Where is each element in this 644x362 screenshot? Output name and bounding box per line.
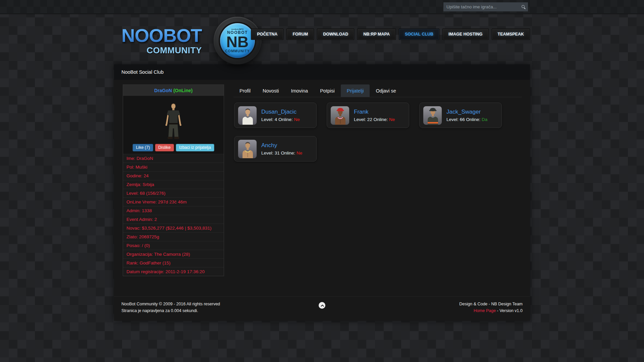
friend-card-dusan-djacic[interactable]: Dusan_DjacicLevel: 4 Online: Ne — [234, 103, 317, 128]
nav-item-po-etna[interactable]: POČETNA — [251, 28, 283, 40]
friend-avatar-image — [423, 106, 442, 125]
profile-stat-row: Datum registracije: 2011-2-19 17:36:20 — [123, 267, 224, 276]
friend-online-value: Ne — [294, 117, 300, 122]
site-logo[interactable]: NOOBOT COMMUNITY — [121, 26, 202, 56]
footer-design-line: Design & Code - NB Design Team — [459, 301, 523, 307]
friend-level-online: Level: 4 Online: Ne — [261, 117, 300, 122]
profile-avatar-image — [157, 103, 190, 142]
profile-stat-row: Zemlja: Srbija — [123, 180, 224, 189]
friend-online-value: Da — [482, 117, 487, 122]
tab-profil[interactable]: Profil — [233, 84, 257, 97]
site-header: NOOBOT COMMUNITY noobot.iNFO NOOBOT NB C… — [114, 14, 530, 64]
dislike-button[interactable]: Dislike — [155, 144, 174, 152]
tab-novosti[interactable]: Novosti — [257, 84, 285, 97]
friend-info: FrankLevel: 22 Online: Ne — [354, 109, 395, 122]
search-input[interactable] — [443, 4, 528, 9]
profile-stat-row: OnLine Vreme: 297d 23č 46m — [123, 197, 224, 206]
nav-item-forum[interactable]: FORUM — [286, 28, 314, 40]
friend-info: Jack_SwagerLevel: 66 Online: Da — [446, 109, 487, 122]
tab-odjavi-se[interactable]: Odjavi se — [370, 84, 402, 97]
home-page-link[interactable]: Home Page — [474, 308, 496, 313]
profile-stat-row: Level: 68 (156/276) — [123, 189, 224, 197]
profile-online-status-text: (OnLine) — [173, 88, 193, 93]
profile-panel: DraGoN (OnLine) — [123, 84, 224, 276]
logo-subtitle: COMMUNITY — [121, 45, 202, 56]
profile-stat-row: Admin: 1338 — [123, 206, 224, 215]
nb-badge-inner: noobot.iNFO NOOBOT NB COMMUNITY — [220, 23, 255, 58]
friend-level-online: Level: 22 Online: Ne — [354, 117, 395, 122]
friend-online-value: Ne — [389, 117, 395, 122]
nav-item-nb-rp-mapa[interactable]: NB:RP MAPA — [357, 28, 396, 40]
friend-name[interactable]: Anchy — [261, 142, 302, 149]
friend-name[interactable]: Dusan_Djacic — [261, 109, 300, 115]
friend-avatar-image — [238, 106, 257, 125]
profile-actions: Like (7) Dislike Izbaci iz prijatelja — [132, 144, 214, 152]
tab-prijatelji[interactable]: Prijatelji — [341, 84, 370, 97]
chevron-up-icon — [321, 304, 324, 308]
main-wrapper: NooBot Social Club DraGoN (OnLine) — [114, 64, 530, 321]
friend-name[interactable]: Jack_Swager — [446, 109, 487, 115]
scroll-to-top-button[interactable] — [319, 302, 325, 309]
friend-avatar-image — [330, 106, 350, 125]
profile-stat-row: Godine: 24 — [123, 171, 224, 180]
social-club-panel: ProfilNovostiImovinaPotpisiPrijateljiOdj… — [233, 84, 522, 162]
footer: NooBot Community © 2009 - 2016 All right… — [114, 296, 530, 315]
friend-info: AnchyLevel: 31 Online: Ne — [261, 142, 302, 156]
friend-online-value: Ne — [297, 150, 302, 156]
friend-card-frank[interactable]: FrankLevel: 22 Online: Ne — [327, 103, 409, 128]
friend-card-jack-swager[interactable]: Jack_SwagerLevel: 66 Online: Da — [419, 103, 502, 128]
footer-version-text: - Version v1.0 — [496, 308, 523, 313]
nav-item-download[interactable]: DOWNLOAD — [317, 28, 354, 40]
nav-item-social-club[interactable]: SOCIAL CLUB — [399, 28, 439, 40]
tab-potpisi[interactable]: Potpisi — [314, 84, 341, 97]
friend-name[interactable]: Frank — [354, 109, 395, 115]
profile-stat-row: Pol: Muški — [123, 163, 224, 171]
main-nav: POČETNAFORUMDOWNLOADNB:RP MAPASOCIAL CLU… — [251, 28, 530, 40]
profile-name: DraGoN — [154, 88, 172, 93]
profile-stat-row: Zlato: 2069725g — [123, 232, 224, 241]
logo-title: NOOBOT — [121, 26, 202, 45]
nav-item-image-hosting[interactable]: IMAGE HOSTING — [442, 28, 488, 40]
badge-center-text: NB — [226, 35, 249, 49]
friend-level-online: Level: 66 Online: Da — [446, 117, 487, 122]
profile-avatar-section: Like (7) Dislike Izbaci iz prijatelja — [123, 96, 224, 154]
friend-info: Dusan_DjacicLevel: 4 Online: Ne — [261, 109, 300, 122]
footer-credits: Design & Code - NB Design Team Home Page… — [459, 301, 523, 314]
player-search-box[interactable] — [443, 2, 528, 11]
profile-tabs: ProfilNovostiImovinaPotpisiPrijateljiOdj… — [233, 84, 522, 97]
profile-stat-row: Novac: $3,526,277 ($22,446 | $3,503,831) — [123, 224, 224, 232]
profile-stat-row: Posao: / (0) — [123, 241, 224, 250]
footer-version-line: Home Page - Version v1.0 — [459, 307, 523, 314]
profile-stat-row: Ime: DraGoN — [123, 154, 224, 163]
friends-list: Dusan_DjacicLevel: 4 Online: Ne FrankLev… — [233, 97, 522, 162]
footer-copyright-line: NooBot Community © 2009 - 2016 All right… — [121, 301, 220, 307]
page-title: NooBot Social Club — [114, 64, 530, 80]
friend-avatar-image — [238, 139, 257, 159]
friend-level-online: Level: 31 Online: Ne — [261, 150, 302, 156]
profile-stat-row: Event Admin: 2 — [123, 215, 224, 224]
footer-rendertime-line: Stranica je napravljena za 0.004 sekundi… — [121, 307, 220, 314]
search-icon[interactable] — [521, 5, 526, 9]
nb-logo-badge[interactable]: noobot.iNFO NOOBOT NB COMMUNITY — [214, 17, 261, 64]
topbar — [0, 0, 644, 14]
profile-header: DraGoN (OnLine) — [123, 85, 224, 96]
footer-copyright: NooBot Community © 2009 - 2016 All right… — [121, 301, 220, 314]
friend-card-anchy[interactable]: AnchyLevel: 31 Online: Ne — [234, 136, 317, 162]
remove-friend-button[interactable]: Izbaci iz prijatelja — [176, 144, 214, 152]
like-button[interactable]: Like (7) — [132, 144, 153, 152]
profile-stats-list: Ime: DraGoNPol: MuškiGodine: 24Zemlja: S… — [123, 154, 224, 276]
nav-item-teamspeak[interactable]: TEAMSPEAK — [492, 28, 530, 40]
profile-stat-row: Rank: GodFather (15) — [123, 258, 224, 267]
profile-stat-row: Organizacija: The Camorra (28) — [123, 250, 224, 258]
badge-bottom-text: COMMUNITY — [225, 49, 250, 53]
tab-imovina[interactable]: Imovina — [285, 84, 314, 97]
